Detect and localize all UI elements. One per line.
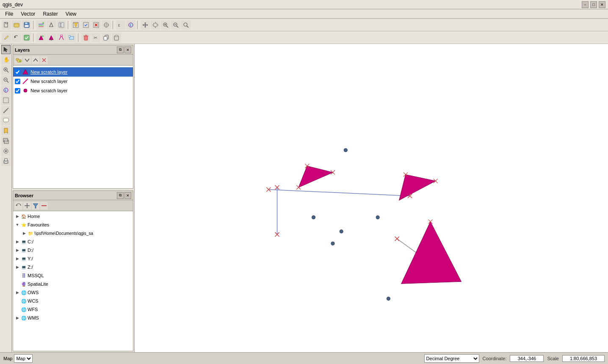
identify-button[interactable]: i — [126, 20, 135, 30]
browser-item-ows[interactable]: ▶ 🌐 OWS — [13, 288, 133, 297]
measure-button[interactable] — [1, 106, 11, 115]
browser-item-favourites[interactable]: ▼ ⭐ Favourites — [13, 221, 133, 229]
browser-item-z[interactable]: ▶ 💻 Z:/ — [13, 263, 133, 271]
wms-toggle[interactable]: ▶ — [15, 315, 20, 320]
map-canvas[interactable] — [135, 44, 608, 352]
select-features-button[interactable] — [71, 20, 80, 30]
node-tool-button[interactable] — [57, 33, 66, 42]
pan-to-selection-button[interactable] — [151, 20, 160, 30]
browser-add-button[interactable] — [23, 202, 31, 210]
layer-properties-button[interactable] — [1, 146, 11, 156]
svg-text:+: + — [19, 60, 21, 63]
svg-text:✂: ✂ — [94, 35, 97, 40]
identify-features-button[interactable]: i — [1, 85, 11, 95]
browser-item-wfs[interactable]: 🌐 WFS — [13, 305, 133, 314]
browser-item-d[interactable]: ▶ 💻 D:/ — [13, 246, 133, 254]
paste-features-button[interactable] — [112, 33, 121, 42]
select-all-button[interactable] — [81, 20, 91, 30]
digitize-button[interactable] — [47, 20, 56, 30]
browser-item-wms[interactable]: ▶ 🌐 WMS — [13, 314, 133, 322]
browser-item-c[interactable]: ▶ 💻 C:/ — [13, 237, 133, 246]
digitize-shape-button[interactable] — [67, 33, 76, 42]
z-toggle[interactable]: ▶ — [15, 265, 20, 270]
minimize-button[interactable]: − — [582, 1, 589, 8]
layer-item-polygon[interactable]: New scratch layer — [13, 67, 133, 77]
zoom-out-button[interactable] — [171, 20, 180, 30]
bookmarks-button[interactable] — [1, 126, 11, 135]
layers-panel-float-button[interactable]: ⧉ — [117, 47, 124, 53]
zoom-out-map-button[interactable] — [1, 75, 11, 85]
field-calc-button[interactable]: ∑ — [57, 20, 66, 30]
browser-item-qgis[interactable]: ▶ 📁 \\psf\Home\Documents\qgis_sa — [20, 229, 133, 237]
save-project-button[interactable] — [22, 20, 31, 30]
home-toggle[interactable]: ▶ — [15, 214, 20, 219]
deselect-button[interactable] — [91, 20, 101, 30]
close-button[interactable]: ✕ — [599, 1, 605, 8]
qgis-label: \\psf\Home\Documents\qgis_sa — [34, 231, 93, 236]
zoom-in-button[interactable] — [161, 20, 170, 30]
undo-button[interactable] — [12, 33, 21, 42]
save-edits-button[interactable] — [22, 33, 31, 42]
cut-features-button[interactable]: ✂ — [91, 33, 101, 42]
browser-item-wcs[interactable]: 🌐 WCS — [13, 297, 133, 305]
layer-checkbox-2[interactable] — [15, 79, 20, 84]
svg-rect-63 — [3, 98, 8, 103]
menu-view[interactable]: View — [62, 10, 80, 18]
layers-panel-close-button[interactable]: ✕ — [124, 47, 131, 53]
new-project-button[interactable] — [2, 20, 11, 30]
edit-pencil-button[interactable] — [2, 33, 11, 42]
browser-item-mssql[interactable]: 🗄 MSSQL — [13, 271, 133, 280]
open-project-button[interactable] — [12, 20, 21, 30]
mssql-icon: 🗄 — [21, 273, 27, 279]
browser-panel-close-button[interactable]: ✕ — [124, 192, 131, 199]
expression-filter-button[interactable]: ε — [116, 20, 125, 30]
new-layer-button[interactable]: + — [36, 20, 46, 30]
qgis-toggle[interactable]: ▶ — [22, 231, 27, 236]
menu-vector[interactable]: Vector — [17, 10, 39, 18]
delete-selected-button[interactable] — [81, 33, 91, 42]
layer-item-line[interactable]: New scratch layer — [13, 77, 133, 86]
select-by-location-button[interactable] — [102, 20, 111, 30]
select-rect-button[interactable] — [1, 96, 11, 105]
move-feature-button[interactable] — [47, 33, 56, 42]
pan-button[interactable] — [141, 20, 150, 30]
menu-file[interactable]: File — [2, 10, 17, 18]
map-area[interactable] — [135, 44, 608, 352]
svg-rect-45 — [84, 36, 88, 40]
add-feature-button[interactable]: + — [36, 33, 46, 42]
browser-item-spatialite[interactable]: 🔮 SpatiaLite — [13, 280, 133, 288]
ows-toggle[interactable]: ▶ — [15, 290, 20, 295]
y-toggle[interactable]: ▶ — [15, 256, 20, 261]
select-tool-button[interactable] — [1, 45, 11, 54]
browser-panel-float-button[interactable]: ⧉ — [117, 192, 124, 199]
copy-features-button[interactable] — [102, 33, 111, 42]
projection-select[interactable]: Decimal Degree — [424, 354, 479, 363]
new-map-button[interactable] — [1, 136, 11, 146]
y-label: Y:/ — [28, 256, 33, 261]
layer-checkbox-3[interactable] — [15, 88, 20, 94]
print-button[interactable] — [1, 157, 11, 166]
layer-checkbox-1[interactable] — [15, 69, 20, 75]
map-mode-select[interactable]: Map — [14, 354, 33, 363]
zoom-full-button[interactable] — [181, 20, 191, 30]
remove-layer-button[interactable] — [40, 56, 48, 64]
spatialite-label: SpatiaLite — [28, 281, 48, 287]
expand-all-button[interactable] — [23, 56, 31, 64]
c-toggle[interactable]: ▶ — [15, 239, 20, 244]
collapse-all-button[interactable] — [32, 56, 39, 64]
maximize-button[interactable]: □ — [590, 1, 597, 8]
browser-item-y[interactable]: ▶ 💻 Y:/ — [13, 254, 133, 263]
d-toggle[interactable]: ▶ — [15, 248, 20, 253]
zoom-in-map-button[interactable] — [1, 65, 11, 74]
pan-map-button[interactable]: ✋ — [1, 55, 11, 64]
add-group-button[interactable]: + — [15, 56, 22, 64]
favourites-toggle[interactable]: ▼ — [15, 222, 20, 227]
menu-raster[interactable]: Raster — [39, 10, 61, 18]
browser-filter-button[interactable] — [32, 202, 39, 210]
svg-text:✋: ✋ — [3, 57, 9, 63]
browser-refresh-button[interactable] — [15, 202, 22, 210]
browser-collapse-button[interactable] — [40, 202, 48, 210]
layer-item-point[interactable]: New scratch layer — [13, 86, 133, 95]
browser-item-home[interactable]: ▶ 🏠 Home — [13, 212, 133, 221]
map-tips-button[interactable] — [1, 116, 11, 125]
